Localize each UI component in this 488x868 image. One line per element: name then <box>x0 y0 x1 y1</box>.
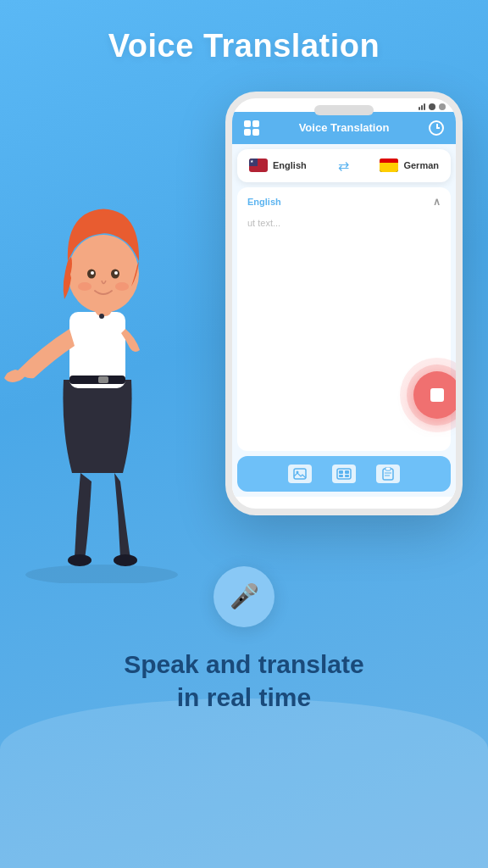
character-illustration <box>0 142 220 583</box>
de-flag <box>380 159 398 172</box>
tagline-section: Speak and translate in real time <box>90 648 397 714</box>
signal-bars <box>419 103 425 110</box>
tagline-line2: in real time <box>124 681 363 714</box>
target-lang-label: German <box>403 160 439 170</box>
chevron-up-icon[interactable]: ∧ <box>433 196 441 208</box>
svg-rect-23 <box>385 467 391 470</box>
title-section: Voice Translation <box>108 0 380 66</box>
svg-rect-17 <box>337 469 351 479</box>
record-ripple <box>407 364 463 426</box>
battery-icon <box>439 103 446 110</box>
phone-mockup: Voice Translation English ⇄ German Engli… <box>225 92 463 515</box>
record-button-area <box>407 364 463 426</box>
input-placeholder: ut text... <box>247 218 280 228</box>
svg-rect-19 <box>345 470 349 474</box>
scan-icon[interactable] <box>332 465 356 483</box>
page-title: Voice Translation <box>108 27 380 66</box>
image-icon[interactable] <box>288 465 312 483</box>
menu-icon[interactable] <box>244 120 259 136</box>
phone-notch <box>314 105 374 115</box>
svg-rect-11 <box>69 376 125 384</box>
record-button[interactable] <box>413 371 461 419</box>
wifi-icon <box>429 103 435 110</box>
svg-rect-18 <box>339 470 343 474</box>
source-lang-label: English <box>273 160 307 170</box>
phone-screen: Voice Translation English ⇄ German Engli… <box>232 112 456 497</box>
translation-label: English ∧ <box>247 196 441 208</box>
svg-point-13 <box>68 554 92 566</box>
svg-point-9 <box>115 282 129 291</box>
source-language[interactable]: English <box>249 159 307 172</box>
ground-decoration <box>0 698 488 868</box>
stop-icon <box>430 388 444 402</box>
svg-point-10 <box>99 314 104 319</box>
language-bar: English ⇄ German <box>237 149 451 182</box>
history-icon[interactable] <box>429 120 444 136</box>
us-flag <box>249 159 268 172</box>
mic-button-container: 🎤 <box>214 566 274 627</box>
svg-point-6 <box>91 271 94 275</box>
scene-container: Voice Translation English ⇄ German Engli… <box>0 75 488 583</box>
bottom-toolbar <box>237 456 451 492</box>
microphone-button[interactable]: 🎤 <box>214 566 274 627</box>
target-language[interactable]: German <box>380 159 439 172</box>
svg-rect-15 <box>294 469 306 479</box>
svg-point-14 <box>114 554 137 566</box>
tagline-line1: Speak and translate <box>124 648 363 681</box>
translation-area: English ∧ ut text... <box>237 187 451 451</box>
svg-point-8 <box>78 282 92 291</box>
svg-point-7 <box>114 271 118 275</box>
app-title: Voice Translation <box>299 121 390 134</box>
svg-rect-20 <box>339 475 343 477</box>
svg-rect-21 <box>345 475 349 477</box>
svg-point-0 <box>25 565 178 583</box>
app-header: Voice Translation <box>232 112 456 144</box>
clipboard-icon[interactable] <box>376 465 400 483</box>
swap-icon[interactable]: ⇄ <box>338 158 349 174</box>
microphone-icon: 🎤 <box>230 582 259 610</box>
svg-point-3 <box>68 235 139 313</box>
svg-rect-12 <box>98 376 108 383</box>
